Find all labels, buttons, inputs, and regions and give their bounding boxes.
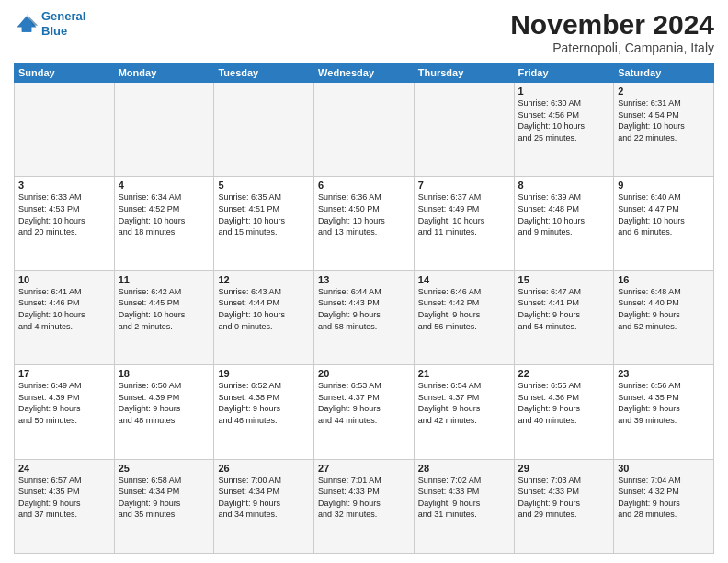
weekday-header-row: SundayMondayTuesdayWednesdayThursdayFrid… — [15, 63, 714, 83]
calendar-cell: 5Sunrise: 6:35 AM Sunset: 4:51 PM Daylig… — [214, 177, 314, 270]
day-number: 27 — [318, 463, 410, 474]
day-info: Sunrise: 6:55 AM Sunset: 4:36 PM Dayligh… — [518, 380, 610, 426]
day-number: 21 — [418, 368, 510, 379]
day-number: 12 — [218, 274, 310, 285]
logo-blue: Blue — [41, 24, 67, 38]
day-info: Sunrise: 6:36 AM Sunset: 4:50 PM Dayligh… — [318, 191, 410, 237]
day-number: 1 — [518, 86, 610, 97]
day-number: 3 — [18, 179, 110, 190]
day-number: 26 — [218, 463, 310, 474]
day-info: Sunrise: 6:31 AM Sunset: 4:54 PM Dayligh… — [618, 98, 710, 144]
calendar-cell: 14Sunrise: 6:46 AM Sunset: 4:42 PM Dayli… — [414, 270, 514, 364]
calendar-week-1: 1Sunrise: 6:30 AM Sunset: 4:56 PM Daylig… — [15, 83, 714, 177]
day-number: 29 — [518, 463, 610, 474]
calendar-week-3: 10Sunrise: 6:41 AM Sunset: 4:46 PM Dayli… — [15, 270, 714, 364]
calendar-week-5: 24Sunrise: 6:57 AM Sunset: 4:35 PM Dayli… — [15, 459, 714, 553]
calendar-cell: 16Sunrise: 6:48 AM Sunset: 4:40 PM Dayli… — [614, 270, 714, 364]
calendar-cell — [414, 83, 514, 177]
month-title: November 2024 — [510, 9, 714, 40]
calendar-cell: 8Sunrise: 6:39 AM Sunset: 4:48 PM Daylig… — [514, 177, 614, 270]
day-number: 5 — [218, 179, 310, 190]
day-info: Sunrise: 6:52 AM Sunset: 4:38 PM Dayligh… — [218, 380, 310, 426]
day-info: Sunrise: 7:01 AM Sunset: 4:33 PM Dayligh… — [318, 475, 410, 521]
day-info: Sunrise: 6:43 AM Sunset: 4:44 PM Dayligh… — [218, 286, 310, 332]
day-info: Sunrise: 6:39 AM Sunset: 4:48 PM Dayligh… — [518, 191, 610, 237]
calendar-cell: 26Sunrise: 7:00 AM Sunset: 4:34 PM Dayli… — [214, 459, 314, 553]
calendar-cell: 21Sunrise: 6:54 AM Sunset: 4:37 PM Dayli… — [414, 365, 514, 459]
page: General Blue November 2024 Paternopoli, … — [0, 0, 728, 563]
day-number: 10 — [18, 274, 110, 285]
day-number: 16 — [618, 274, 710, 285]
day-info: Sunrise: 6:50 AM Sunset: 4:39 PM Dayligh… — [119, 380, 210, 426]
day-info: Sunrise: 6:54 AM Sunset: 4:37 PM Dayligh… — [418, 380, 510, 426]
day-number: 28 — [418, 463, 510, 474]
day-number: 7 — [418, 179, 510, 190]
location-title: Paternopoli, Campania, Italy — [510, 40, 714, 55]
day-info: Sunrise: 7:04 AM Sunset: 4:32 PM Dayligh… — [618, 475, 710, 521]
day-number: 11 — [119, 274, 210, 285]
weekday-header-sunday: Sunday — [15, 63, 115, 83]
calendar-cell: 17Sunrise: 6:49 AM Sunset: 4:39 PM Dayli… — [15, 365, 115, 459]
day-info: Sunrise: 6:57 AM Sunset: 4:35 PM Dayligh… — [18, 475, 110, 521]
day-number: 6 — [318, 179, 410, 190]
day-info: Sunrise: 6:48 AM Sunset: 4:40 PM Dayligh… — [618, 286, 710, 332]
day-number: 4 — [119, 179, 210, 190]
day-info: Sunrise: 6:33 AM Sunset: 4:53 PM Dayligh… — [18, 191, 110, 237]
title-block: November 2024 Paternopoli, Campania, Ita… — [510, 9, 714, 55]
day-number: 2 — [618, 86, 710, 97]
logo-general: General — [41, 9, 85, 23]
day-info: Sunrise: 7:03 AM Sunset: 4:33 PM Dayligh… — [518, 475, 610, 521]
calendar-cell: 25Sunrise: 6:58 AM Sunset: 4:34 PM Dayli… — [114, 459, 214, 553]
calendar-cell: 15Sunrise: 6:47 AM Sunset: 4:41 PM Dayli… — [514, 270, 614, 364]
day-info: Sunrise: 6:47 AM Sunset: 4:41 PM Dayligh… — [518, 286, 610, 332]
calendar-cell: 22Sunrise: 6:55 AM Sunset: 4:36 PM Dayli… — [514, 365, 614, 459]
day-info: Sunrise: 6:49 AM Sunset: 4:39 PM Dayligh… — [18, 380, 110, 426]
calendar-week-2: 3Sunrise: 6:33 AM Sunset: 4:53 PM Daylig… — [15, 177, 714, 270]
calendar-cell: 2Sunrise: 6:31 AM Sunset: 4:54 PM Daylig… — [614, 83, 714, 177]
day-info: Sunrise: 6:41 AM Sunset: 4:46 PM Dayligh… — [18, 286, 110, 332]
calendar-cell: 13Sunrise: 6:44 AM Sunset: 4:43 PM Dayli… — [314, 270, 415, 364]
calendar-table: SundayMondayTuesdayWednesdayThursdayFrid… — [14, 63, 714, 554]
weekday-header-monday: Monday — [114, 63, 214, 83]
day-info: Sunrise: 7:00 AM Sunset: 4:34 PM Dayligh… — [218, 475, 310, 521]
calendar-cell: 23Sunrise: 6:56 AM Sunset: 4:35 PM Dayli… — [614, 365, 714, 459]
logo: General Blue — [14, 9, 85, 38]
day-info: Sunrise: 6:30 AM Sunset: 4:56 PM Dayligh… — [518, 98, 610, 144]
calendar-cell: 29Sunrise: 7:03 AM Sunset: 4:33 PM Dayli… — [514, 459, 614, 553]
day-number: 9 — [618, 179, 710, 190]
calendar-cell — [114, 83, 214, 177]
day-number: 25 — [119, 463, 210, 474]
calendar-cell: 4Sunrise: 6:34 AM Sunset: 4:52 PM Daylig… — [114, 177, 214, 270]
logo-text: General Blue — [41, 9, 85, 38]
day-number: 13 — [318, 274, 410, 285]
calendar-cell: 19Sunrise: 6:52 AM Sunset: 4:38 PM Dayli… — [214, 365, 314, 459]
calendar-week-4: 17Sunrise: 6:49 AM Sunset: 4:39 PM Dayli… — [15, 365, 714, 459]
day-info: Sunrise: 6:35 AM Sunset: 4:51 PM Dayligh… — [218, 191, 310, 237]
day-info: Sunrise: 6:58 AM Sunset: 4:34 PM Dayligh… — [119, 475, 210, 521]
calendar-cell: 12Sunrise: 6:43 AM Sunset: 4:44 PM Dayli… — [214, 270, 314, 364]
day-info: Sunrise: 7:02 AM Sunset: 4:33 PM Dayligh… — [418, 475, 510, 521]
calendar-cell: 10Sunrise: 6:41 AM Sunset: 4:46 PM Dayli… — [15, 270, 115, 364]
day-info: Sunrise: 6:46 AM Sunset: 4:42 PM Dayligh… — [418, 286, 510, 332]
day-number: 30 — [618, 463, 710, 474]
calendar-cell: 9Sunrise: 6:40 AM Sunset: 4:47 PM Daylig… — [614, 177, 714, 270]
calendar-cell: 28Sunrise: 7:02 AM Sunset: 4:33 PM Dayli… — [414, 459, 514, 553]
weekday-header-wednesday: Wednesday — [314, 63, 415, 83]
day-info: Sunrise: 6:44 AM Sunset: 4:43 PM Dayligh… — [318, 286, 410, 332]
calendar-cell: 24Sunrise: 6:57 AM Sunset: 4:35 PM Dayli… — [15, 459, 115, 553]
day-number: 8 — [518, 179, 610, 190]
day-number: 22 — [518, 368, 610, 379]
calendar-cell: 1Sunrise: 6:30 AM Sunset: 4:56 PM Daylig… — [514, 83, 614, 177]
day-number: 20 — [318, 368, 410, 379]
calendar-cell: 18Sunrise: 6:50 AM Sunset: 4:39 PM Dayli… — [114, 365, 214, 459]
svg-rect-2 — [22, 22, 32, 32]
day-number: 14 — [418, 274, 510, 285]
header: General Blue November 2024 Paternopoli, … — [14, 9, 714, 55]
calendar-cell — [314, 83, 415, 177]
calendar-cell: 11Sunrise: 6:42 AM Sunset: 4:45 PM Dayli… — [114, 270, 214, 364]
day-info: Sunrise: 6:34 AM Sunset: 4:52 PM Dayligh… — [119, 191, 210, 237]
calendar-cell: 30Sunrise: 7:04 AM Sunset: 4:32 PM Dayli… — [614, 459, 714, 553]
weekday-header-thursday: Thursday — [414, 63, 514, 83]
weekday-header-friday: Friday — [514, 63, 614, 83]
day-number: 18 — [119, 368, 210, 379]
